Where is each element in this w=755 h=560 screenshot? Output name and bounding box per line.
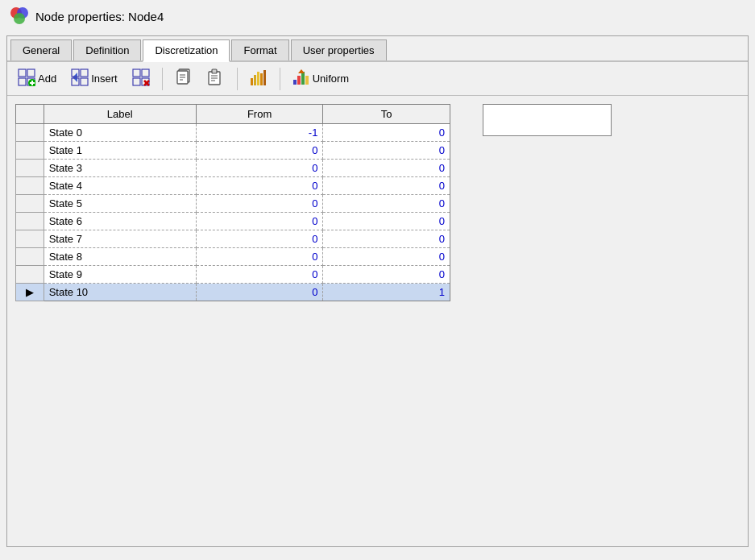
row-marker (16, 213, 44, 230)
table-row[interactable]: State 500 (16, 195, 450, 213)
from-cell[interactable]: 0 (196, 160, 323, 177)
to-cell[interactable]: 0 (323, 248, 450, 266)
to-cell[interactable]: 0 (323, 195, 450, 213)
from-cell[interactable]: -1 (196, 124, 323, 142)
table-row[interactable]: ▶State 1001 (16, 284, 450, 301)
table-row[interactable]: State 900 (16, 266, 450, 284)
svg-rect-3 (19, 69, 26, 77)
row-marker (16, 124, 44, 142)
row-marker: ▶ (16, 284, 44, 301)
to-cell[interactable]: 0 (323, 213, 450, 230)
to-cell[interactable]: 1 (323, 284, 450, 301)
row-marker (16, 248, 44, 266)
svg-rect-15 (133, 69, 140, 77)
to-cell[interactable]: 0 (323, 124, 450, 142)
col-marker (16, 105, 44, 124)
svg-rect-12 (81, 69, 88, 77)
label-cell: State 8 (44, 248, 196, 266)
to-cell[interactable]: 0 (323, 160, 450, 177)
insert-button[interactable]: Insert (65, 65, 123, 92)
from-cell[interactable]: 0 (196, 266, 323, 284)
svg-rect-17 (133, 78, 140, 85)
tab-general[interactable]: General (10, 39, 72, 60)
table-row[interactable]: State 0-10 (16, 124, 450, 142)
svg-rect-34 (260, 73, 263, 85)
add-button[interactable]: Add (12, 65, 62, 92)
svg-rect-4 (27, 69, 35, 77)
row-marker (16, 177, 44, 195)
table-row[interactable]: State 800 (16, 248, 450, 266)
tab-discretization[interactable]: Discretization (143, 39, 230, 62)
svg-rect-27 (212, 69, 217, 73)
paste-button[interactable] (201, 65, 230, 92)
from-cell[interactable]: 0 (196, 195, 323, 213)
window-title: Node properties: Node4 (35, 10, 164, 23)
row-marker (16, 195, 44, 213)
to-cell[interactable]: 0 (323, 230, 450, 248)
separator-3 (280, 68, 280, 90)
col-from: From (196, 105, 323, 124)
to-cell[interactable]: 0 (323, 142, 450, 160)
svg-rect-36 (293, 80, 297, 85)
col-to: To (323, 105, 450, 124)
title-bar: Node properties: Node4 (0, 0, 755, 32)
svg-marker-10 (73, 73, 77, 82)
uniform-label: Uniform (313, 73, 350, 85)
from-cell[interactable]: 0 (196, 142, 323, 160)
svg-point-2 (14, 13, 25, 24)
tab-format[interactable]: Format (231, 39, 288, 60)
copy-button[interactable] (169, 65, 198, 92)
svg-rect-33 (257, 72, 259, 85)
label-cell: State 1 (44, 142, 196, 160)
label-cell: State 6 (44, 213, 196, 230)
svg-rect-14 (81, 78, 88, 85)
label-cell: State 4 (44, 177, 196, 195)
table-panel: Label From To State 0-10State 100State 3… (7, 96, 475, 525)
svg-rect-35 (263, 70, 266, 85)
label-cell: State 0 (44, 124, 196, 142)
to-cell[interactable]: 0 (323, 266, 450, 284)
svg-rect-37 (297, 76, 301, 85)
svg-rect-32 (254, 75, 256, 85)
label-cell: State 7 (44, 230, 196, 248)
table-row[interactable]: State 600 (16, 213, 450, 230)
tab-definition[interactable]: Definition (73, 39, 141, 60)
add-label: Add (38, 73, 56, 85)
from-cell[interactable]: 0 (196, 213, 323, 230)
svg-rect-38 (301, 72, 305, 85)
table-row[interactable]: State 700 (16, 230, 450, 248)
equalize-button[interactable] (244, 65, 273, 92)
table-row[interactable]: State 300 (16, 160, 450, 177)
uniform-icon (292, 68, 310, 89)
svg-rect-16 (142, 69, 149, 77)
table-row[interactable]: State 100 (16, 142, 450, 160)
from-cell[interactable]: 0 (196, 230, 323, 248)
separator-1 (162, 68, 163, 90)
row-marker (16, 160, 44, 177)
svg-marker-40 (298, 69, 305, 73)
side-box (483, 104, 612, 136)
label-cell: State 9 (44, 266, 196, 284)
app-icon (10, 6, 29, 26)
insert-icon (71, 68, 89, 89)
main-window: General Definition Discretization Format… (6, 35, 749, 547)
table-row[interactable]: State 400 (16, 177, 450, 195)
delete-button[interactable] (127, 65, 156, 92)
states-table: Label From To State 0-10State 100State 3… (15, 104, 450, 301)
tab-user-properties[interactable]: User properties (291, 39, 387, 60)
add-grid-icon (18, 68, 35, 89)
insert-label: Insert (91, 73, 118, 85)
delete-icon (132, 68, 150, 89)
from-cell[interactable]: 0 (196, 177, 323, 195)
row-marker (16, 230, 44, 248)
content-area: Label From To State 0-10State 100State 3… (7, 96, 748, 525)
label-cell: State 5 (44, 195, 196, 213)
from-cell[interactable]: 0 (196, 284, 323, 301)
from-cell[interactable]: 0 (196, 248, 323, 266)
paste-icon (207, 68, 225, 89)
copy-icon (175, 68, 193, 89)
row-marker (16, 266, 44, 284)
uniform-button[interactable]: Uniform (287, 65, 355, 92)
to-cell[interactable]: 0 (323, 177, 450, 195)
svg-rect-39 (305, 76, 309, 85)
